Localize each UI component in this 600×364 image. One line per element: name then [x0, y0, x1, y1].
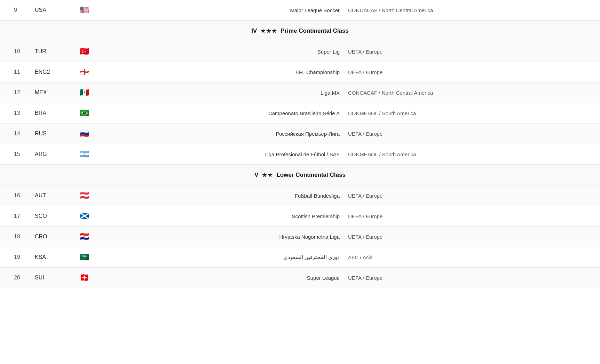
table-row: 16 AUT 🇦🇹 Fußball-Bundesliga UEFA / Euro… — [0, 185, 600, 206]
country-flag: 🇦🇷 — [77, 149, 92, 159]
section-numeral: IV — [251, 27, 257, 34]
country-code: TUR — [35, 48, 77, 55]
league-name: Major League Soccer — [104, 7, 345, 13]
country-code: RUS — [35, 130, 77, 137]
country-flag: 🏴󠁧󠁢󠁥󠁮󠁧󠁿 — [77, 67, 92, 77]
flag-cell: 🏴󠁧󠁢󠁥󠁮󠁧󠁿 — [77, 67, 104, 77]
league-name: Fußball-Bundesliga — [104, 193, 345, 199]
section-header: IV ★★★ Prime Continental Class — [0, 21, 600, 41]
league-name: دوري المحترفين السعودي — [104, 254, 345, 260]
flag-cell: 🇷🇺 — [77, 128, 104, 139]
country-flag: 🇨🇭 — [77, 272, 92, 283]
confederation: CONCACAF / North Central America — [345, 90, 586, 96]
confederation: UEFA / Europe — [345, 131, 586, 137]
rank-number: 18 — [14, 234, 35, 240]
league-name: Liga MX — [104, 90, 345, 96]
table-row: 18 CRO 🇭🇷 Hrvatska Nogometna Liga UEFA /… — [0, 227, 600, 247]
country-code: CRO — [35, 234, 77, 240]
rank-number: 9 — [14, 7, 35, 13]
section-stars: ★★★ — [260, 27, 277, 35]
flag-cell: 🇧🇷 — [77, 108, 104, 118]
flag-cell: 🇭🇷 — [77, 231, 104, 242]
section-numeral: V — [254, 172, 258, 179]
table-row: 17 SCO 🏴󠁧󠁢󠁳󠁣󠁴󠁿 Scottish Premiership UEFA… — [0, 206, 600, 227]
rank-number: 12 — [14, 89, 35, 96]
rank-number: 16 — [14, 192, 35, 199]
flag-cell: 🇨🇭 — [77, 272, 104, 283]
league-name: EFL Championship — [104, 69, 345, 75]
country-code: SUI — [35, 275, 77, 281]
table-row: 20 SUI 🇨🇭 Super League UEFA / Europe — [0, 268, 600, 288]
league-name: Süper Lig — [104, 49, 345, 55]
league-name: Hrvatska Nogometna Liga — [104, 234, 345, 240]
table-row: 13 BRA 🇧🇷 Campeonato Brasileiro Série A … — [0, 103, 600, 124]
league-name: Scottish Premiership — [104, 213, 345, 219]
country-code: MEX — [35, 89, 77, 96]
country-code: BRA — [35, 110, 77, 116]
flag-cell: 🇹🇷 — [77, 46, 104, 57]
league-name: Российская Премьер-Лига — [104, 131, 345, 137]
table-row: 11 ENG2 🏴󠁧󠁢󠁥󠁮󠁧󠁿 EFL Championship UEFA / … — [0, 62, 600, 82]
league-table: 9 USA 🇺🇸 Major League Soccer CONCACAF / … — [0, 0, 600, 364]
league-name: Super League — [104, 275, 345, 281]
table-row: 14 RUS 🇷🇺 Российская Премьер-Лига UEFA /… — [0, 124, 600, 144]
flag-cell: 🏴󠁧󠁢󠁳󠁣󠁴󠁿 — [77, 211, 104, 221]
flag-cell: 🇦🇹 — [77, 190, 104, 201]
league-name: Liga Profesional de Fútbol / SAF — [104, 151, 345, 157]
flag-cell: 🇸🇦 — [77, 252, 104, 262]
league-name: Campeonato Brasileiro Série A — [104, 110, 345, 116]
country-flag: 🇺🇸 — [77, 5, 92, 15]
confederation: CONMEBOL / South America — [345, 151, 586, 157]
country-flag: 🇷🇺 — [77, 128, 92, 139]
section-stars: ★★ — [262, 171, 273, 179]
rank-number: 10 — [14, 48, 35, 55]
flag-cell: 🇦🇷 — [77, 149, 104, 159]
section-header: V ★★ Lower Continental Class — [0, 165, 600, 185]
confederation: AFC / Asia — [345, 254, 586, 260]
rank-number: 13 — [14, 110, 35, 116]
confederation: UEFA / Europe — [345, 234, 586, 240]
table-row: 15 ARG 🇦🇷 Liga Profesional de Fútbol / S… — [0, 144, 600, 165]
rank-number: 20 — [14, 275, 35, 281]
country-flag: 🇹🇷 — [77, 46, 92, 57]
flag-cell: 🇺🇸 — [77, 5, 104, 15]
table-row: 10 TUR 🇹🇷 Süper Lig UEFA / Europe — [0, 41, 600, 62]
rank-number: 19 — [14, 254, 35, 260]
rank-number: 11 — [14, 69, 35, 75]
section-label: Prime Continental Class — [281, 27, 349, 34]
country-code: ENG2 — [35, 69, 77, 75]
confederation: UEFA / Europe — [345, 213, 586, 219]
rank-number: 17 — [14, 213, 35, 219]
confederation: CONCACAF / North Central America — [345, 7, 586, 13]
country-code: SCO — [35, 213, 77, 219]
table-row: 12 MEX 🇲🇽 Liga MX CONCACAF / North Centr… — [0, 82, 600, 103]
table-row: 9 USA 🇺🇸 Major League Soccer CONCACAF / … — [0, 0, 600, 21]
country-code: AUT — [35, 192, 77, 199]
section-label: Lower Continental Class — [276, 172, 345, 179]
country-flag: 🇭🇷 — [77, 231, 92, 242]
rank-number: 14 — [14, 130, 35, 137]
confederation: UEFA / Europe — [345, 275, 586, 281]
country-flag: 🇸🇦 — [77, 252, 92, 262]
confederation: UEFA / Europe — [345, 49, 586, 55]
confederation: CONMEBOL / South America — [345, 110, 586, 116]
country-flag: 🇧🇷 — [77, 108, 92, 118]
country-code: KSA — [35, 254, 77, 260]
country-code: ARG — [35, 151, 77, 157]
country-flag: 🇦🇹 — [77, 190, 92, 201]
confederation: UEFA / Europe — [345, 69, 586, 75]
table-row: 19 KSA 🇸🇦 دوري المحترفين السعودي AFC / A… — [0, 247, 600, 268]
country-flag: 🇲🇽 — [77, 87, 92, 98]
country-code: USA — [35, 7, 77, 13]
rank-number: 15 — [14, 151, 35, 157]
flag-cell: 🇲🇽 — [77, 87, 104, 98]
confederation: UEFA / Europe — [345, 193, 586, 199]
country-flag: 🏴󠁧󠁢󠁳󠁣󠁴󠁿 — [77, 211, 92, 221]
